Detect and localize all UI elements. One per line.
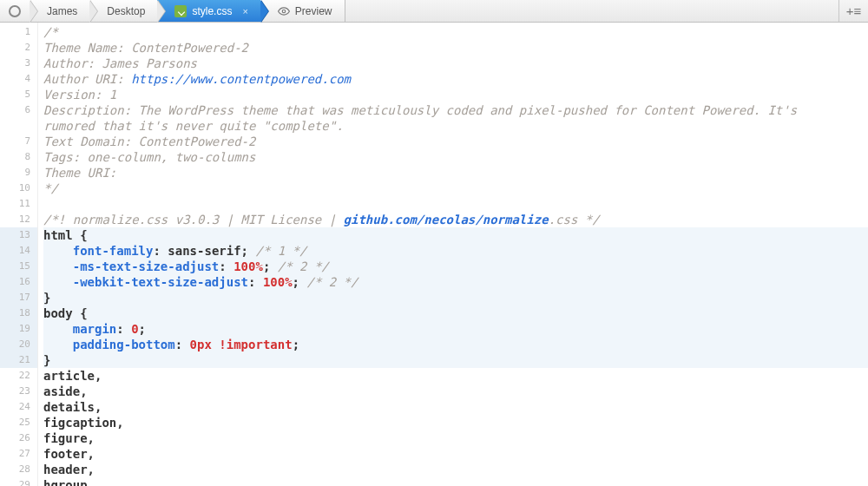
code-line: /*! normalize.css v3.0.3 | MIT License |… <box>43 212 868 227</box>
line-number: 1 <box>0 24 37 40</box>
crumb-james[interactable]: James <box>30 0 89 22</box>
crumb-label: James <box>47 5 77 17</box>
code-line: -ms-text-size-adjust: 100%; /* 2 */ <box>43 259 868 274</box>
crumb-stylecss[interactable]: style.css × <box>157 0 260 22</box>
code-line: rumored that it's never quite "complete"… <box>43 118 868 134</box>
code-line: Description: The WordPress theme that wa… <box>43 102 868 118</box>
line-number: 12 <box>0 212 37 227</box>
line-number: 16 <box>0 274 37 290</box>
line-number: 29 <box>0 477 37 486</box>
line-number: 19 <box>0 321 37 337</box>
spacer <box>345 0 838 22</box>
line-number: 18 <box>0 305 37 321</box>
line-number: 13 <box>0 227 37 243</box>
code-line: /* <box>43 24 868 40</box>
code-line <box>43 196 868 212</box>
code-line: html { <box>43 227 868 243</box>
line-number: 15 <box>0 259 37 274</box>
line-number: 2 <box>0 40 37 56</box>
crumb-label: style.css <box>192 5 232 17</box>
line-number: 25 <box>0 415 37 430</box>
crumb-desktop[interactable]: Desktop <box>89 0 157 22</box>
line-number: 27 <box>0 446 37 462</box>
code-line: } <box>43 290 868 305</box>
plus-list-icon: +≡ <box>846 3 862 18</box>
svg-point-0 <box>282 10 286 13</box>
code-line: details, <box>43 399 868 415</box>
code-line: figure, <box>43 430 868 446</box>
line-number <box>0 118 37 134</box>
line-number: 23 <box>0 384 37 399</box>
line-number: 4 <box>0 71 37 87</box>
eye-icon <box>278 5 290 17</box>
crumb-preview[interactable]: Preview <box>260 0 345 22</box>
code-line: Tags: one-column, two-columns <box>43 149 868 165</box>
crumb-label: Preview <box>295 5 332 17</box>
code-line: figcaption, <box>43 415 868 430</box>
css-file-icon <box>174 5 187 17</box>
line-number: 14 <box>0 243 37 259</box>
crumb-label: Desktop <box>107 5 145 17</box>
code-line: Author URI: https://www.contentpowered.c… <box>43 71 868 87</box>
close-icon[interactable]: × <box>242 6 247 16</box>
line-number: 3 <box>0 56 37 71</box>
home-button[interactable] <box>0 0 30 22</box>
code-line: Text Domain: ContentPowered-2 <box>43 134 868 149</box>
code-line: -webkit-text-size-adjust: 100%; /* 2 */ <box>43 274 868 290</box>
code-line: Version: 1 <box>43 87 868 102</box>
code-line: font-family: sans-serif; /* 1 */ <box>43 243 868 259</box>
line-number: 6 <box>0 102 37 118</box>
code-line: body { <box>43 305 868 321</box>
code-line: margin: 0; <box>43 321 868 337</box>
code-line: } <box>43 352 868 368</box>
line-number: 26 <box>0 430 37 446</box>
code-line: header, <box>43 462 868 477</box>
line-number: 10 <box>0 181 37 196</box>
line-number: 24 <box>0 399 37 415</box>
code-line: article, <box>43 368 868 384</box>
code-line: footer, <box>43 446 868 462</box>
line-number: 7 <box>0 134 37 149</box>
code-line: padding-bottom: 0px !important; <box>43 337 868 352</box>
line-number: 8 <box>0 149 37 165</box>
code-line: Theme URI: <box>43 165 868 181</box>
code-line: */ <box>43 181 868 196</box>
line-number: 28 <box>0 462 37 477</box>
line-number: 11 <box>0 196 37 212</box>
home-icon <box>9 5 21 17</box>
line-number: 17 <box>0 290 37 305</box>
code-line: aside, <box>43 384 868 399</box>
line-number: 21 <box>0 352 37 368</box>
breadcrumb-bar: James Desktop style.css × Preview +≡ <box>0 0 868 23</box>
line-number: 5 <box>0 87 37 102</box>
line-number: 22 <box>0 368 37 384</box>
code-editor[interactable]: 123456 789101112131415161718192021222324… <box>0 23 868 486</box>
line-number: 20 <box>0 337 37 352</box>
add-panel-button[interactable]: +≡ <box>838 0 868 22</box>
code-area[interactable]: /*Theme Name: ContentPowered-2Author: Ja… <box>38 23 868 486</box>
line-number-gutter: 123456 789101112131415161718192021222324… <box>0 23 38 486</box>
line-number: 9 <box>0 165 37 181</box>
code-line: Author: James Parsons <box>43 56 868 71</box>
code-line: Theme Name: ContentPowered-2 <box>43 40 868 56</box>
code-line: hgroup, <box>43 477 868 486</box>
